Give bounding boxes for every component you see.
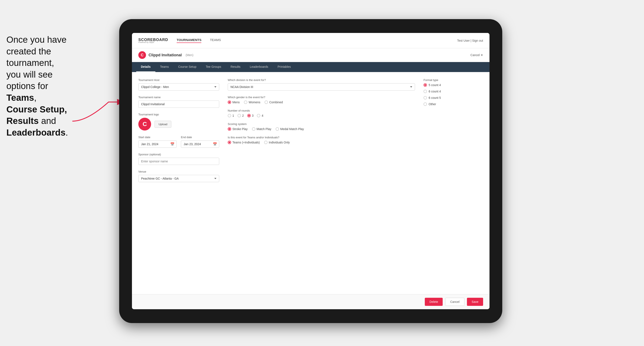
rounds-3-label: 3 bbox=[252, 114, 254, 117]
name-field-group: Tournament name bbox=[138, 96, 219, 108]
teams-teams-radio[interactable] bbox=[228, 141, 231, 144]
user-info[interactable]: Test User | Sign out bbox=[457, 39, 483, 42]
nav-teams[interactable]: TEAMS bbox=[210, 38, 221, 43]
teams-individuals[interactable]: Individuals Only bbox=[264, 141, 290, 144]
tab-results[interactable]: Results bbox=[226, 62, 245, 72]
scoring-match[interactable]: Match Play bbox=[252, 127, 271, 131]
logo-area: SCOREBOARD Powered by clippd bbox=[138, 38, 168, 43]
rounds-label: Number of rounds bbox=[228, 109, 415, 112]
tab-details[interactable]: Details bbox=[136, 62, 155, 72]
format-column: Format type 5 count 4 6 count 4 6 cou bbox=[424, 78, 483, 288]
tabs-bar: Details Teams Course Setup Tee Groups Re… bbox=[132, 62, 490, 72]
logo-label: Tournament logo bbox=[138, 113, 219, 116]
rounds-field-group: Number of rounds 1 2 3 bbox=[228, 109, 415, 117]
sponsor-field-group: Sponsor (optional) bbox=[138, 153, 219, 165]
gender-combined-label: Combined bbox=[269, 101, 283, 104]
teams-radio-group: Teams (+Individuals) Individuals Only bbox=[228, 141, 415, 144]
left-column: Tournament Host Clippd College - Men Tou… bbox=[138, 78, 219, 288]
rounds-radio-group: 1 2 3 4 bbox=[228, 114, 415, 117]
scoring-medal-label: Medal Match Play bbox=[280, 127, 304, 131]
rounds-1[interactable]: 1 bbox=[228, 114, 234, 117]
rounds-3[interactable]: 3 bbox=[247, 114, 254, 117]
sponsor-label: Sponsor (optional) bbox=[138, 153, 219, 156]
start-date-group: Start date 📅 bbox=[138, 136, 177, 148]
tab-teams[interactable]: Teams bbox=[155, 62, 174, 72]
format-radio-group: 5 count 4 6 count 4 6 count 5 Other bbox=[424, 83, 483, 106]
gender-field-group: Which gender is the event for? Mens Wome… bbox=[228, 96, 415, 104]
tournament-title-row: C Clippd Invitational (Men) bbox=[138, 51, 194, 59]
teams-field-group: Is this event for Teams and/or Individua… bbox=[228, 136, 415, 144]
top-nav: SCOREBOARD Powered by clippd TOURNAMENTS… bbox=[132, 33, 490, 48]
format-6count4[interactable]: 6 count 4 bbox=[424, 90, 483, 93]
scoring-radio-group: Stroke Play Match Play Medal Match Play bbox=[228, 127, 415, 131]
end-date-wrap: 📅 bbox=[181, 141, 219, 148]
logo-upload-area: C Upload bbox=[138, 118, 219, 131]
scoring-medal-radio[interactable] bbox=[276, 127, 279, 131]
host-label: Tournament Host bbox=[138, 78, 219, 82]
nav-left: SCOREBOARD Powered by clippd TOURNAMENTS… bbox=[138, 38, 221, 43]
format-other[interactable]: Other bbox=[424, 102, 483, 106]
cancel-tournament-btn[interactable]: Cancel ✕ bbox=[470, 53, 483, 57]
scoring-stroke-radio[interactable] bbox=[228, 127, 231, 131]
sponsor-input[interactable] bbox=[138, 158, 219, 165]
scoring-label: Scoring system bbox=[228, 122, 415, 126]
logo-field-group: Tournament logo C Upload bbox=[138, 113, 219, 131]
upload-button[interactable]: Upload bbox=[154, 121, 171, 128]
tablet-screen: SCOREBOARD Powered by clippd TOURNAMENTS… bbox=[132, 33, 490, 309]
format-other-radio[interactable] bbox=[424, 102, 427, 106]
format-5count4-radio[interactable] bbox=[424, 83, 427, 87]
scoring-stroke[interactable]: Stroke Play bbox=[228, 127, 248, 131]
format-6count4-radio[interactable] bbox=[424, 90, 427, 93]
tab-leaderboards[interactable]: Leaderboards bbox=[245, 62, 273, 72]
gender-combined[interactable]: Combined bbox=[264, 101, 283, 104]
gender-womens-radio[interactable] bbox=[244, 101, 247, 104]
teams-individuals-radio[interactable] bbox=[264, 141, 268, 144]
division-label: Which division is the event for? bbox=[228, 78, 415, 82]
rounds-2[interactable]: 2 bbox=[238, 114, 244, 117]
gender-combined-radio[interactable] bbox=[264, 101, 268, 104]
scoring-match-radio[interactable] bbox=[252, 127, 256, 131]
division-field-group: Which division is the event for? NCAA Di… bbox=[228, 78, 415, 91]
teams-individuals-label: Individuals Only bbox=[269, 141, 290, 144]
delete-button[interactable]: Delete bbox=[425, 298, 443, 306]
gender-radio-group: Mens Womens Combined bbox=[228, 101, 415, 104]
format-field-group: Format type 5 count 4 6 count 4 6 cou bbox=[424, 78, 483, 106]
tournament-name: Clippd Invitational bbox=[148, 53, 182, 57]
tab-tee-groups[interactable]: Tee Groups bbox=[201, 62, 226, 72]
cancel-button[interactable]: Cancel bbox=[445, 298, 464, 306]
gender-womens-label: Womens bbox=[248, 101, 260, 104]
rounds-4-radio[interactable] bbox=[257, 114, 260, 117]
gender-womens[interactable]: Womens bbox=[244, 101, 260, 104]
division-select[interactable]: NCAA Division III bbox=[228, 83, 415, 91]
gender-mens[interactable]: Mens bbox=[228, 101, 240, 104]
tournament-header: C Clippd Invitational (Men) Cancel ✕ bbox=[132, 48, 490, 62]
venue-select[interactable]: Peachtree GC - Atlanta - GA bbox=[138, 175, 219, 182]
save-button[interactable]: Save bbox=[467, 298, 483, 306]
tab-course-setup[interactable]: Course Setup bbox=[174, 62, 201, 72]
venue-field-group: Venue Peachtree GC - Atlanta - GA bbox=[138, 170, 219, 182]
rounds-3-radio[interactable] bbox=[247, 114, 251, 117]
format-5count4[interactable]: 5 count 4 bbox=[424, 83, 483, 87]
scoring-field-group: Scoring system Stroke Play Match Play bbox=[228, 122, 415, 131]
start-date-wrap: 📅 bbox=[138, 141, 177, 148]
nav-tournaments[interactable]: TOURNAMENTS bbox=[177, 38, 201, 43]
name-input[interactable] bbox=[138, 101, 219, 108]
host-field-group: Tournament Host Clippd College - Men bbox=[138, 78, 219, 91]
scoring-stroke-label: Stroke Play bbox=[232, 127, 248, 131]
format-6count5[interactable]: 6 count 5 bbox=[424, 96, 483, 99]
host-select[interactable]: Clippd College - Men bbox=[138, 83, 219, 91]
gender-mens-radio[interactable] bbox=[228, 101, 231, 104]
rounds-2-radio[interactable] bbox=[238, 114, 241, 117]
rounds-4[interactable]: 4 bbox=[257, 114, 263, 117]
format-6count5-radio[interactable] bbox=[424, 96, 427, 99]
date-row: Start date 📅 End date 📅 bbox=[138, 136, 219, 153]
tab-printables[interactable]: Printables bbox=[273, 62, 296, 72]
rounds-1-radio[interactable] bbox=[228, 114, 231, 117]
middle-column: Which division is the event for? NCAA Di… bbox=[228, 78, 415, 288]
format-other-label: Other bbox=[428, 102, 436, 106]
format-label: Format type bbox=[424, 78, 483, 82]
scoring-medal[interactable]: Medal Match Play bbox=[276, 127, 304, 131]
venue-label: Venue bbox=[138, 170, 219, 173]
gender-mens-label: Mens bbox=[232, 101, 240, 104]
teams-teams[interactable]: Teams (+Individuals) bbox=[228, 141, 260, 144]
